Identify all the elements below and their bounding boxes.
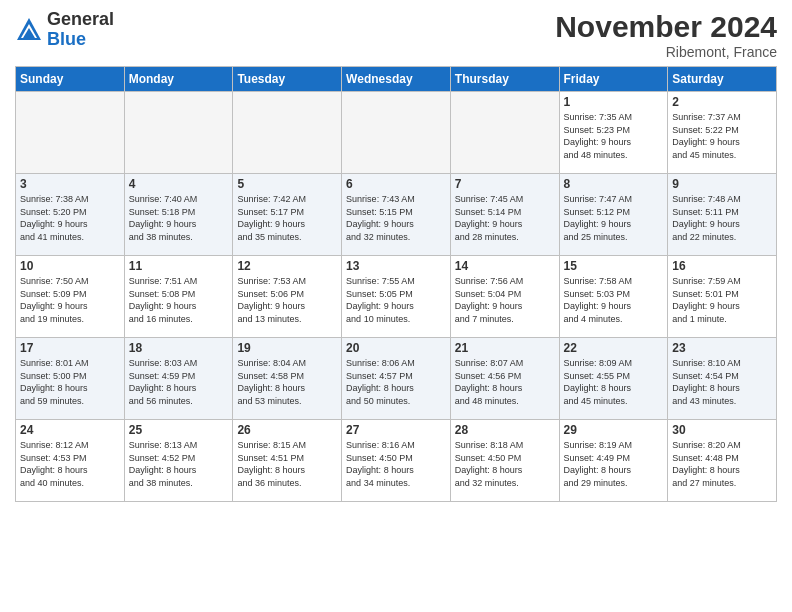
- table-row: 24Sunrise: 8:12 AM Sunset: 4:53 PM Dayli…: [16, 420, 125, 502]
- day-number: 14: [455, 259, 555, 273]
- table-row: 23Sunrise: 8:10 AM Sunset: 4:54 PM Dayli…: [668, 338, 777, 420]
- day-number: 25: [129, 423, 229, 437]
- table-row: 5Sunrise: 7:42 AM Sunset: 5:17 PM Daylig…: [233, 174, 342, 256]
- day-info: Sunrise: 8:12 AM Sunset: 4:53 PM Dayligh…: [20, 439, 120, 489]
- table-row: [342, 92, 451, 174]
- day-number: 13: [346, 259, 446, 273]
- day-number: 28: [455, 423, 555, 437]
- logo-general: General: [47, 10, 114, 30]
- day-number: 12: [237, 259, 337, 273]
- day-info: Sunrise: 7:38 AM Sunset: 5:20 PM Dayligh…: [20, 193, 120, 243]
- table-row: [233, 92, 342, 174]
- calendar-header-row: Sunday Monday Tuesday Wednesday Thursday…: [16, 67, 777, 92]
- table-row: 13Sunrise: 7:55 AM Sunset: 5:05 PM Dayli…: [342, 256, 451, 338]
- logo-text: General Blue: [47, 10, 114, 50]
- day-number: 3: [20, 177, 120, 191]
- day-number: 4: [129, 177, 229, 191]
- calendar-week-row: 3Sunrise: 7:38 AM Sunset: 5:20 PM Daylig…: [16, 174, 777, 256]
- table-row: 9Sunrise: 7:48 AM Sunset: 5:11 PM Daylig…: [668, 174, 777, 256]
- day-number: 10: [20, 259, 120, 273]
- day-info: Sunrise: 8:07 AM Sunset: 4:56 PM Dayligh…: [455, 357, 555, 407]
- day-info: Sunrise: 8:03 AM Sunset: 4:59 PM Dayligh…: [129, 357, 229, 407]
- col-friday: Friday: [559, 67, 668, 92]
- table-row: 2Sunrise: 7:37 AM Sunset: 5:22 PM Daylig…: [668, 92, 777, 174]
- col-tuesday: Tuesday: [233, 67, 342, 92]
- day-number: 17: [20, 341, 120, 355]
- day-number: 22: [564, 341, 664, 355]
- day-number: 21: [455, 341, 555, 355]
- table-row: 27Sunrise: 8:16 AM Sunset: 4:50 PM Dayli…: [342, 420, 451, 502]
- day-info: Sunrise: 7:40 AM Sunset: 5:18 PM Dayligh…: [129, 193, 229, 243]
- day-number: 19: [237, 341, 337, 355]
- table-row: 11Sunrise: 7:51 AM Sunset: 5:08 PM Dayli…: [124, 256, 233, 338]
- table-row: 1Sunrise: 7:35 AM Sunset: 5:23 PM Daylig…: [559, 92, 668, 174]
- col-sunday: Sunday: [16, 67, 125, 92]
- calendar-week-row: 10Sunrise: 7:50 AM Sunset: 5:09 PM Dayli…: [16, 256, 777, 338]
- col-monday: Monday: [124, 67, 233, 92]
- logo-blue: Blue: [47, 30, 114, 50]
- table-row: 18Sunrise: 8:03 AM Sunset: 4:59 PM Dayli…: [124, 338, 233, 420]
- day-number: 7: [455, 177, 555, 191]
- table-row: 16Sunrise: 7:59 AM Sunset: 5:01 PM Dayli…: [668, 256, 777, 338]
- day-info: Sunrise: 7:42 AM Sunset: 5:17 PM Dayligh…: [237, 193, 337, 243]
- table-row: 29Sunrise: 8:19 AM Sunset: 4:49 PM Dayli…: [559, 420, 668, 502]
- day-info: Sunrise: 8:20 AM Sunset: 4:48 PM Dayligh…: [672, 439, 772, 489]
- day-number: 26: [237, 423, 337, 437]
- day-info: Sunrise: 8:15 AM Sunset: 4:51 PM Dayligh…: [237, 439, 337, 489]
- table-row: 19Sunrise: 8:04 AM Sunset: 4:58 PM Dayli…: [233, 338, 342, 420]
- col-thursday: Thursday: [450, 67, 559, 92]
- day-number: 29: [564, 423, 664, 437]
- day-info: Sunrise: 8:19 AM Sunset: 4:49 PM Dayligh…: [564, 439, 664, 489]
- table-row: 26Sunrise: 8:15 AM Sunset: 4:51 PM Dayli…: [233, 420, 342, 502]
- day-info: Sunrise: 7:55 AM Sunset: 5:05 PM Dayligh…: [346, 275, 446, 325]
- day-number: 23: [672, 341, 772, 355]
- month-title: November 2024: [555, 10, 777, 44]
- day-info: Sunrise: 7:43 AM Sunset: 5:15 PM Dayligh…: [346, 193, 446, 243]
- day-info: Sunrise: 7:59 AM Sunset: 5:01 PM Dayligh…: [672, 275, 772, 325]
- day-info: Sunrise: 7:51 AM Sunset: 5:08 PM Dayligh…: [129, 275, 229, 325]
- day-number: 2: [672, 95, 772, 109]
- table-row: 15Sunrise: 7:58 AM Sunset: 5:03 PM Dayli…: [559, 256, 668, 338]
- day-info: Sunrise: 8:13 AM Sunset: 4:52 PM Dayligh…: [129, 439, 229, 489]
- day-info: Sunrise: 8:01 AM Sunset: 5:00 PM Dayligh…: [20, 357, 120, 407]
- day-info: Sunrise: 8:09 AM Sunset: 4:55 PM Dayligh…: [564, 357, 664, 407]
- table-row: 6Sunrise: 7:43 AM Sunset: 5:15 PM Daylig…: [342, 174, 451, 256]
- calendar-week-row: 17Sunrise: 8:01 AM Sunset: 5:00 PM Dayli…: [16, 338, 777, 420]
- day-info: Sunrise: 7:35 AM Sunset: 5:23 PM Dayligh…: [564, 111, 664, 161]
- table-row: 17Sunrise: 8:01 AM Sunset: 5:00 PM Dayli…: [16, 338, 125, 420]
- logo: General Blue: [15, 10, 114, 50]
- table-row: [16, 92, 125, 174]
- day-number: 11: [129, 259, 229, 273]
- day-info: Sunrise: 7:50 AM Sunset: 5:09 PM Dayligh…: [20, 275, 120, 325]
- table-row: 21Sunrise: 8:07 AM Sunset: 4:56 PM Dayli…: [450, 338, 559, 420]
- table-row: 12Sunrise: 7:53 AM Sunset: 5:06 PM Dayli…: [233, 256, 342, 338]
- table-row: 4Sunrise: 7:40 AM Sunset: 5:18 PM Daylig…: [124, 174, 233, 256]
- day-number: 15: [564, 259, 664, 273]
- location: Ribemont, France: [555, 44, 777, 60]
- col-saturday: Saturday: [668, 67, 777, 92]
- table-row: 22Sunrise: 8:09 AM Sunset: 4:55 PM Dayli…: [559, 338, 668, 420]
- table-row: 20Sunrise: 8:06 AM Sunset: 4:57 PM Dayli…: [342, 338, 451, 420]
- table-row: 8Sunrise: 7:47 AM Sunset: 5:12 PM Daylig…: [559, 174, 668, 256]
- day-number: 24: [20, 423, 120, 437]
- day-info: Sunrise: 8:18 AM Sunset: 4:50 PM Dayligh…: [455, 439, 555, 489]
- day-info: Sunrise: 7:53 AM Sunset: 5:06 PM Dayligh…: [237, 275, 337, 325]
- table-row: 14Sunrise: 7:56 AM Sunset: 5:04 PM Dayli…: [450, 256, 559, 338]
- day-info: Sunrise: 7:37 AM Sunset: 5:22 PM Dayligh…: [672, 111, 772, 161]
- table-row: 7Sunrise: 7:45 AM Sunset: 5:14 PM Daylig…: [450, 174, 559, 256]
- table-row: [450, 92, 559, 174]
- calendar-table: Sunday Monday Tuesday Wednesday Thursday…: [15, 66, 777, 502]
- day-number: 16: [672, 259, 772, 273]
- calendar-week-row: 24Sunrise: 8:12 AM Sunset: 4:53 PM Dayli…: [16, 420, 777, 502]
- col-wednesday: Wednesday: [342, 67, 451, 92]
- table-row: 28Sunrise: 8:18 AM Sunset: 4:50 PM Dayli…: [450, 420, 559, 502]
- day-number: 6: [346, 177, 446, 191]
- table-row: 3Sunrise: 7:38 AM Sunset: 5:20 PM Daylig…: [16, 174, 125, 256]
- table-row: 10Sunrise: 7:50 AM Sunset: 5:09 PM Dayli…: [16, 256, 125, 338]
- day-number: 30: [672, 423, 772, 437]
- day-info: Sunrise: 7:48 AM Sunset: 5:11 PM Dayligh…: [672, 193, 772, 243]
- day-number: 18: [129, 341, 229, 355]
- day-info: Sunrise: 7:45 AM Sunset: 5:14 PM Dayligh…: [455, 193, 555, 243]
- title-block: November 2024 Ribemont, France: [555, 10, 777, 60]
- day-number: 20: [346, 341, 446, 355]
